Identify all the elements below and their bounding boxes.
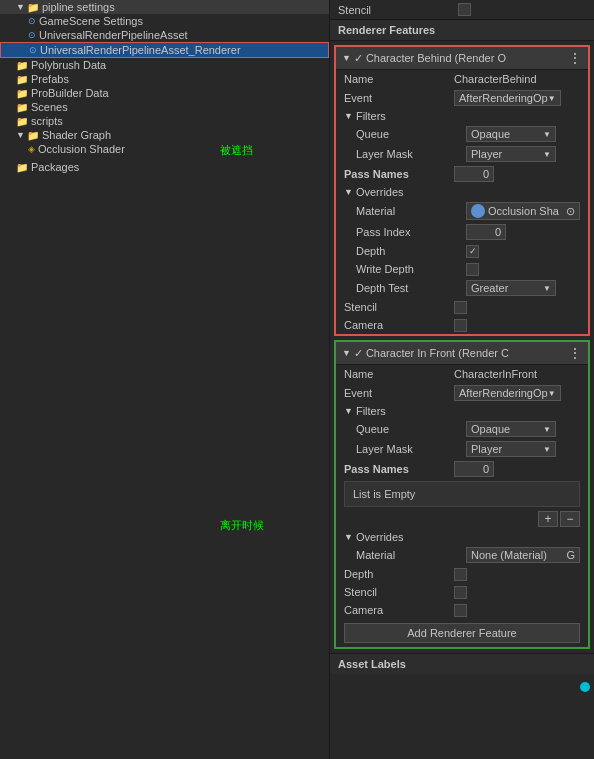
front-queue-arrow: ▼ — [543, 425, 551, 434]
sidebar-item-label: pipline settings — [42, 1, 115, 13]
front-event-label: Event — [344, 387, 454, 399]
chinese-label-bei-zhedang: 被遮挡 — [220, 143, 253, 158]
behind-overrides-header[interactable]: ▼ Overrides — [336, 184, 588, 200]
behind-depthtest-value: Greater — [471, 282, 508, 294]
behind-depthtest-dropdown[interactable]: Greater ▼ — [466, 280, 556, 296]
behind-passindex-row: Pass Index 0 — [336, 222, 588, 242]
remove-pass-button[interactable]: − — [560, 511, 580, 527]
left-panel: ▼ 📁 pipline settings ⊙ GameScene Setting… — [0, 0, 330, 759]
behind-depthtest-arrow: ▼ — [543, 284, 551, 293]
behind-queue-arrow: ▼ — [543, 130, 551, 139]
sidebar-item-packages[interactable]: 📁 Packages — [0, 160, 329, 174]
behind-pass-names-number[interactable]: 0 — [454, 166, 494, 182]
behind-material-field[interactable]: Occlusion Sha ⊙ — [466, 202, 580, 220]
front-stencil-label: Stencil — [344, 586, 454, 598]
behind-queue-row: Queue Opaque ▼ — [336, 124, 588, 144]
add-pass-button[interactable]: + — [538, 511, 558, 527]
behind-stencil-checkbox[interactable] — [454, 301, 467, 314]
sidebar-item-prefabs[interactable]: 📁 Prefabs — [0, 72, 329, 86]
character-in-front-box: ▼ ✓ Character In Front (Render C ⋮ Name … — [334, 340, 590, 649]
sidebar-item-game-scene[interactable]: ⊙ GameScene Settings — [0, 14, 329, 28]
behind-depth-label: Depth — [356, 245, 466, 257]
folder-icon-packages: 📁 — [16, 162, 28, 173]
folder-icon-scripts: 📁 — [16, 116, 28, 127]
asset-icon-renderer: ⊙ — [29, 45, 37, 55]
behind-passindex-label: Pass Index — [356, 226, 466, 238]
behind-layermask-dropdown[interactable]: Player ▼ — [466, 146, 556, 162]
sidebar-item-label: Packages — [31, 161, 79, 173]
front-overrides-label: Overrides — [356, 531, 404, 543]
overrides-arrow-front: ▼ — [344, 532, 353, 542]
sidebar-item-scripts[interactable]: 📁 scripts — [0, 114, 329, 128]
enable-check-behind[interactable]: ✓ — [354, 52, 363, 65]
filters-arrow-behind: ▼ — [344, 111, 353, 121]
behind-camera-label: Camera — [344, 319, 454, 331]
front-stencil-checkbox[interactable] — [454, 586, 467, 599]
behind-stencil-label: Stencil — [344, 301, 454, 313]
front-camera-row: Camera — [336, 601, 588, 619]
behind-writedepth-checkbox[interactable] — [466, 263, 479, 276]
sidebar-item-polybrush[interactable]: 📁 Polybrush Data — [0, 58, 329, 72]
behind-queue-value: Opaque — [471, 128, 510, 140]
front-queue-value: Opaque — [471, 423, 510, 435]
asset-labels-header: Asset Labels — [330, 653, 594, 674]
feature-menu-behind[interactable]: ⋮ — [568, 50, 582, 66]
front-pass-names-row: Pass Names 0 — [336, 459, 588, 479]
sidebar-item-shader-graph[interactable]: ▼ 📁 Shader Graph — [0, 128, 329, 142]
behind-event-dropdown[interactable]: AfterRenderingOp ▼ — [454, 90, 561, 106]
behind-queue-dropdown[interactable]: Opaque ▼ — [466, 126, 556, 142]
front-queue-dropdown[interactable]: Opaque ▼ — [466, 421, 556, 437]
filters-arrow-front: ▼ — [344, 406, 353, 416]
sidebar-item-pipline-settings[interactable]: ▼ 📁 pipline settings — [0, 0, 329, 14]
sidebar-item-label: Occlusion Shader — [38, 143, 125, 155]
behind-stencil-row: Stencil — [336, 298, 588, 316]
front-depth-checkbox[interactable] — [454, 568, 467, 581]
front-layermask-arrow: ▼ — [543, 445, 551, 454]
shader-icon: ◈ — [28, 144, 35, 154]
chinese-label-likai-shihou: 离开时候 — [220, 518, 264, 533]
sidebar-item-scenes[interactable]: 📁 Scenes — [0, 100, 329, 114]
behind-material-target: ⊙ — [566, 205, 575, 218]
feature-menu-front[interactable]: ⋮ — [568, 345, 582, 361]
sidebar-item-label: Prefabs — [31, 73, 69, 85]
add-renderer-button[interactable]: Add Renderer Feature — [344, 623, 580, 643]
sidebar-item-probuilder[interactable]: 📁 ProBuilder Data — [0, 86, 329, 100]
top-stencil-checkbox[interactable] — [458, 3, 471, 16]
front-queue-label: Queue — [356, 423, 466, 435]
front-layermask-dropdown[interactable]: Player ▼ — [466, 441, 556, 457]
front-stencil-row: Stencil — [336, 583, 588, 601]
behind-layermask-value: Player — [471, 148, 502, 160]
front-pass-names-label: Pass Names — [344, 463, 454, 475]
front-event-arrow: ▼ — [548, 389, 556, 398]
sidebar-item-urp-asset[interactable]: ⊙ UniversalRenderPipelineAsset — [0, 28, 329, 42]
front-filters-header[interactable]: ▼ Filters — [336, 403, 588, 419]
front-material-field[interactable]: None (Material) G — [466, 547, 580, 563]
behind-layermask-arrow: ▼ — [543, 150, 551, 159]
folder-icon-polybrush: 📁 — [16, 60, 28, 71]
front-camera-checkbox[interactable] — [454, 604, 467, 617]
front-material-label: Material — [356, 549, 466, 561]
front-queue-row: Queue Opaque ▼ — [336, 419, 588, 439]
behind-name-label: Name — [344, 73, 454, 85]
behind-depth-checkbox[interactable] — [466, 245, 479, 258]
expand-arrow-behind[interactable]: ▼ — [342, 53, 351, 63]
front-depth-row: Depth — [336, 565, 588, 583]
sidebar-item-occlusion-shader[interactable]: ◈ Occlusion Shader — [0, 142, 329, 156]
behind-passindex-value[interactable]: 0 — [466, 224, 506, 240]
top-stencil-label: Stencil — [338, 4, 458, 16]
behind-filters-header[interactable]: ▼ Filters — [336, 108, 588, 124]
expand-arrow-front[interactable]: ▼ — [342, 348, 351, 358]
front-overrides-header[interactable]: ▼ Overrides — [336, 529, 588, 545]
behind-pass-names-row: Pass Names 0 — [336, 164, 588, 184]
behind-material-value: Occlusion Sha — [488, 205, 559, 217]
character-in-front-title: Character In Front (Render C — [366, 347, 568, 359]
sidebar-item-renderer[interactable]: ⊙ UniversalRenderPipelineAsset_Renderer — [0, 42, 329, 58]
behind-camera-row: Camera — [336, 316, 588, 334]
top-stencil-row: Stencil — [330, 0, 594, 20]
behind-name-value: CharacterBehind — [454, 73, 580, 85]
front-pass-names-number[interactable]: 0 — [454, 461, 494, 477]
front-event-dropdown[interactable]: AfterRenderingOp ▼ — [454, 385, 561, 401]
behind-camera-checkbox[interactable] — [454, 319, 467, 332]
folder-icon-shader: 📁 — [27, 130, 39, 141]
enable-check-front[interactable]: ✓ — [354, 347, 363, 360]
